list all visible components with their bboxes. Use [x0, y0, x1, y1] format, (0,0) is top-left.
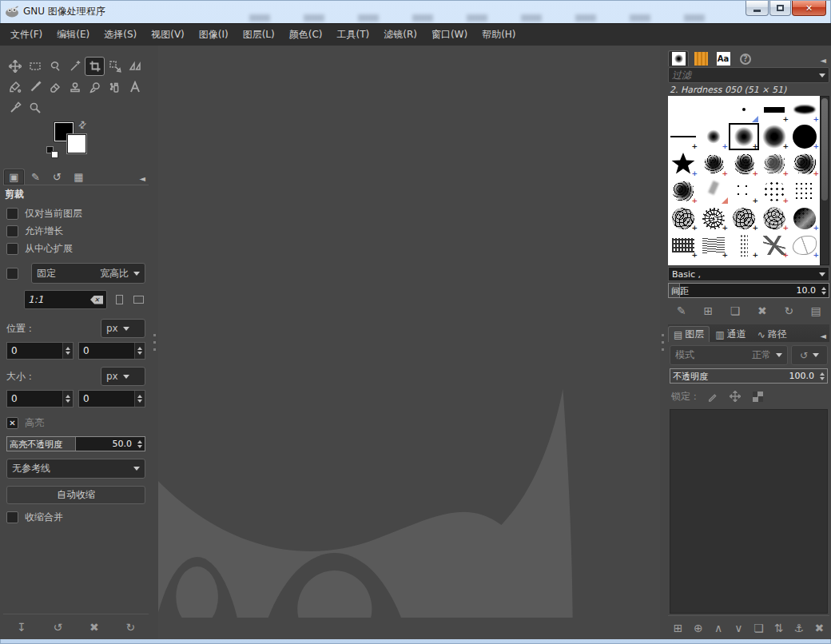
tab-images[interactable]: ▦: [68, 169, 89, 185]
anchor-layer-button[interactable]: ⚓: [789, 619, 809, 637]
brush-cell-18[interactable]: +: [759, 177, 789, 205]
brush-cell-27[interactable]: +: [729, 232, 759, 259]
restore-button[interactable]: [769, 1, 791, 16]
brush-cell-30[interactable]: [668, 259, 698, 265]
minimize-button[interactable]: [746, 1, 769, 16]
brush-cell-4[interactable]: +: [789, 96, 820, 123]
menu-item-6[interactable]: 颜色(C): [282, 24, 330, 46]
zoom-tool-button[interactable]: [25, 98, 45, 117]
brush-cell-33[interactable]: [759, 259, 789, 265]
size-unit-combo[interactable]: px: [101, 367, 145, 386]
dock-separator-right[interactable]: [660, 46, 666, 639]
spinner[interactable]: [818, 284, 829, 297]
scrollbar-thumb[interactable]: [821, 98, 828, 201]
position-y-input[interactable]: 0: [78, 342, 145, 360]
layer-mode-combo[interactable]: 模式 正常: [670, 345, 788, 365]
menu-item-7[interactable]: 工具(T): [330, 24, 377, 46]
spinner[interactable]: [62, 391, 73, 407]
brush-cell-28[interactable]: +: [759, 232, 789, 259]
menu-item-4[interactable]: 图像(I): [192, 24, 236, 46]
brush-cell-34[interactable]: [789, 259, 820, 265]
portrait-button[interactable]: [112, 292, 126, 307]
menu-item-1[interactable]: 编辑(E): [50, 24, 97, 46]
raise-layer-button[interactable]: ∧: [709, 619, 729, 637]
auto-shrink-button[interactable]: 自动收缩: [6, 486, 145, 504]
brush-cell-16[interactable]: [698, 177, 729, 205]
text-tool-button[interactable]: [125, 78, 145, 97]
spinner[interactable]: [62, 343, 73, 359]
airbrush-tool-button[interactable]: [105, 78, 125, 97]
tab-help[interactable]: ?: [735, 50, 756, 66]
canvas-area[interactable]: [158, 46, 660, 639]
tab-channels[interactable]: ▥通道: [710, 326, 751, 342]
brush-cell-21[interactable]: +: [698, 205, 729, 232]
merge-down-button[interactable]: ⇅: [769, 619, 789, 637]
paintbrush-tool-button[interactable]: [25, 78, 45, 97]
brush-cell-29[interactable]: +: [789, 232, 820, 259]
delete-layer-button[interactable]: ✖: [809, 619, 829, 637]
restore-preset-button[interactable]: ↺: [47, 618, 68, 636]
aspect-ratio-input[interactable]: 1:1 ✕: [24, 290, 107, 309]
brush-cell-1[interactable]: [698, 96, 729, 123]
layer-list[interactable]: [670, 409, 828, 614]
save-preset-button[interactable]: ↧: [11, 618, 32, 636]
brush-cell-13[interactable]: +: [759, 150, 789, 177]
brush-cell-20[interactable]: +: [668, 205, 698, 232]
brush-cell-12[interactable]: +: [729, 150, 759, 177]
clear-icon[interactable]: ✕: [90, 296, 103, 304]
brush-scrollbar[interactable]: [820, 96, 829, 265]
dock-menu-icon[interactable]: ◄: [817, 330, 829, 342]
crop-option-checkbox-2[interactable]: [6, 243, 18, 255]
highlight-checkbox[interactable]: ✕: [6, 417, 18, 429]
spinner[interactable]: [134, 437, 145, 451]
brush-cell-31[interactable]: [698, 259, 729, 265]
color-picker-tool-button[interactable]: [5, 98, 25, 117]
spinner[interactable]: [134, 391, 145, 407]
smudge-tool-button[interactable]: [85, 78, 105, 97]
crop-option-checkbox-0[interactable]: [6, 208, 18, 220]
tab-brushes[interactable]: [668, 50, 689, 66]
brush-cell-32[interactable]: [729, 259, 759, 265]
lock-position-button[interactable]: [726, 388, 745, 404]
brush-cell-2[interactable]: [729, 96, 759, 123]
lock-pixels-button[interactable]: [703, 388, 722, 404]
landscape-button[interactable]: [131, 292, 145, 307]
menu-item-9[interactable]: 窗口(W): [424, 24, 475, 46]
layer-opacity-slider[interactable]: 不透明度 100.0: [670, 368, 828, 384]
new-layer-group-button[interactable]: ⊕: [688, 619, 708, 637]
delete-brush-button[interactable]: ✖: [752, 302, 773, 320]
free-select-tool-button[interactable]: [45, 57, 65, 76]
edit-brush-button[interactable]: ✎: [671, 302, 692, 320]
rect-select-tool-button[interactable]: [25, 57, 45, 76]
menu-item-3[interactable]: 视图(V): [144, 24, 192, 46]
spinner[interactable]: [134, 343, 145, 359]
brush-cell-3[interactable]: +: [759, 96, 789, 123]
fixed-aspect-combo[interactable]: 固定 宽高比: [31, 263, 145, 284]
delete-preset-button[interactable]: ✖: [84, 618, 105, 636]
unified-transform-tool-button[interactable]: [105, 57, 125, 76]
menu-item-10[interactable]: 帮助(H): [475, 24, 523, 46]
brush-cell-9[interactable]: +: [789, 123, 820, 150]
menu-item-5[interactable]: 图层(L): [236, 24, 282, 46]
refresh-brushes-button[interactable]: ↻: [778, 302, 799, 320]
open-brush-as-image-button[interactable]: ▤: [805, 302, 826, 320]
menu-item-8[interactable]: 滤镜(R): [376, 24, 424, 46]
menu-item-0[interactable]: 文件(F): [3, 24, 50, 46]
new-layer-button[interactable]: ⊞: [668, 619, 688, 637]
bucket-fill-tool-button[interactable]: [5, 78, 25, 97]
tab-device-status[interactable]: ✎: [25, 169, 46, 185]
tab-fonts[interactable]: Aa: [713, 50, 734, 66]
lower-layer-button[interactable]: ∨: [729, 619, 749, 637]
position-x-input[interactable]: 0: [6, 342, 74, 360]
brush-cell-17[interactable]: +: [729, 177, 759, 205]
position-unit-combo[interactable]: px: [101, 319, 145, 338]
guides-combo[interactable]: 无参考线: [6, 459, 145, 479]
lock-alpha-button[interactable]: [748, 388, 767, 404]
brush-spacing-slider[interactable]: 间距 10.0: [668, 283, 829, 298]
new-brush-button[interactable]: ⊞: [698, 302, 718, 320]
tab-layers[interactable]: ▤图层: [668, 326, 710, 342]
brush-cell-0[interactable]: [668, 96, 698, 123]
move-tool-button[interactable]: [5, 57, 25, 76]
tab-tool-options[interactable]: ▣: [3, 169, 25, 185]
menu-item-2[interactable]: 选择(S): [97, 24, 144, 46]
